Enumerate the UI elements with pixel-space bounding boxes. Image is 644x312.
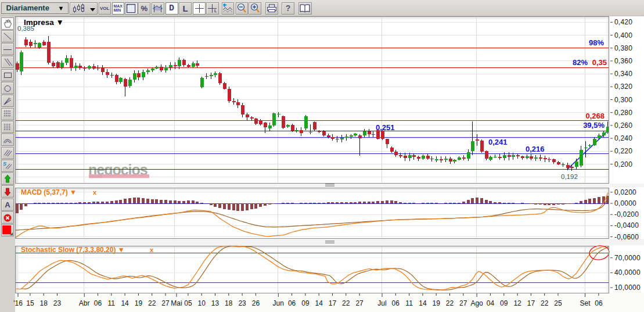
svg-text:25: 25: [554, 299, 562, 307]
svg-text:0,340: 0,340: [614, 70, 632, 78]
svg-text:0,0200: 0,0200: [614, 188, 636, 196]
svg-text:12: 12: [513, 299, 521, 307]
svg-text:0,320: 0,320: [614, 83, 632, 91]
svg-text:MACD (5,37,7) ▼: MACD (5,37,7) ▼: [21, 188, 77, 196]
svg-text:-0,0600: -0,0600: [614, 233, 639, 241]
svg-text:10,0000: 10,0000: [614, 284, 641, 292]
svg-text:70,0000: 70,0000: [614, 254, 641, 262]
svg-text:x: x: [93, 189, 97, 196]
svg-text:13: 13: [211, 299, 220, 307]
svg-text:Mai: Mai: [171, 299, 182, 307]
svg-text:19: 19: [135, 299, 143, 307]
svg-text:27: 27: [355, 299, 364, 307]
svg-text:0,241: 0,241: [488, 138, 508, 146]
svg-text:0,216: 0,216: [526, 145, 545, 153]
svg-text:0,35: 0,35: [592, 58, 607, 67]
svg-text:14: 14: [121, 299, 129, 307]
svg-text:09: 09: [500, 299, 508, 307]
svg-text:0,220: 0,220: [614, 147, 632, 155]
svg-text:04: 04: [487, 299, 495, 307]
svg-text:11: 11: [108, 299, 116, 307]
svg-text:18: 18: [225, 299, 233, 307]
svg-text:'16: '16: [13, 299, 23, 307]
svg-text:Jun: Jun: [273, 299, 284, 307]
svg-text:05: 05: [184, 299, 192, 307]
svg-text:0,260: 0,260: [614, 121, 632, 130]
svg-text:06: 06: [94, 299, 102, 307]
svg-text:09: 09: [301, 299, 310, 307]
svg-text:23: 23: [53, 299, 62, 307]
svg-text:x: x: [150, 246, 154, 253]
svg-text:23: 23: [238, 299, 246, 307]
svg-text:22: 22: [342, 299, 350, 307]
svg-text:0,268: 0,268: [585, 112, 605, 120]
svg-text:26: 26: [252, 299, 260, 307]
svg-text:0,0000: 0,0000: [614, 199, 636, 207]
svg-text:22: 22: [148, 299, 156, 307]
svg-text:0,360: 0,360: [614, 57, 632, 65]
svg-text:17: 17: [329, 299, 337, 307]
svg-text:11: 11: [405, 299, 413, 307]
svg-text:0,300: 0,300: [614, 96, 632, 104]
svg-text:0,251: 0,251: [376, 123, 395, 132]
svg-text:22: 22: [446, 299, 454, 307]
svg-text:17: 17: [527, 299, 535, 307]
svg-text:14: 14: [315, 299, 323, 307]
svg-text:18: 18: [40, 299, 48, 307]
svg-text:0,380: 0,380: [614, 44, 632, 52]
svg-text:0,192: 0,192: [561, 173, 578, 180]
svg-text:0,420: 0,420: [614, 18, 632, 26]
svg-text:39,5%: 39,5%: [583, 121, 605, 130]
svg-text:0,385: 0,385: [17, 25, 34, 32]
svg-text:Jul: Jul: [377, 299, 386, 307]
svg-text:82%: 82%: [573, 58, 588, 67]
svg-text:06: 06: [392, 299, 400, 307]
svg-text:Stochastic Slow (7,3,3,80,20): Stochastic Slow (7,3,3,80,20) ▼: [21, 246, 125, 254]
svg-text:15: 15: [26, 299, 34, 307]
svg-text:22: 22: [541, 299, 549, 307]
svg-text:10: 10: [198, 299, 206, 307]
svg-text:27: 27: [161, 299, 170, 307]
svg-text:98%: 98%: [589, 38, 604, 47]
svg-text:19: 19: [433, 299, 441, 307]
svg-text:-0,0200: -0,0200: [614, 210, 639, 218]
svg-text:Set: Set: [580, 299, 591, 307]
svg-text:0,280: 0,280: [614, 109, 632, 117]
svg-text:14: 14: [419, 299, 427, 307]
svg-text:Abr: Abr: [79, 299, 90, 307]
svg-text:-0,0400: -0,0400: [614, 221, 639, 229]
svg-text:0,200: 0,200: [614, 160, 632, 168]
svg-text:Ago: Ago: [470, 299, 483, 307]
svg-text:40,0000: 40,0000: [614, 268, 641, 277]
svg-text:06: 06: [288, 299, 296, 307]
svg-text:0,240: 0,240: [614, 134, 632, 142]
svg-text:ONLINE: ONLINE: [89, 175, 102, 178]
svg-text:0,400: 0,400: [614, 31, 632, 40]
svg-text:06: 06: [595, 299, 603, 307]
svg-text:27: 27: [459, 299, 467, 307]
